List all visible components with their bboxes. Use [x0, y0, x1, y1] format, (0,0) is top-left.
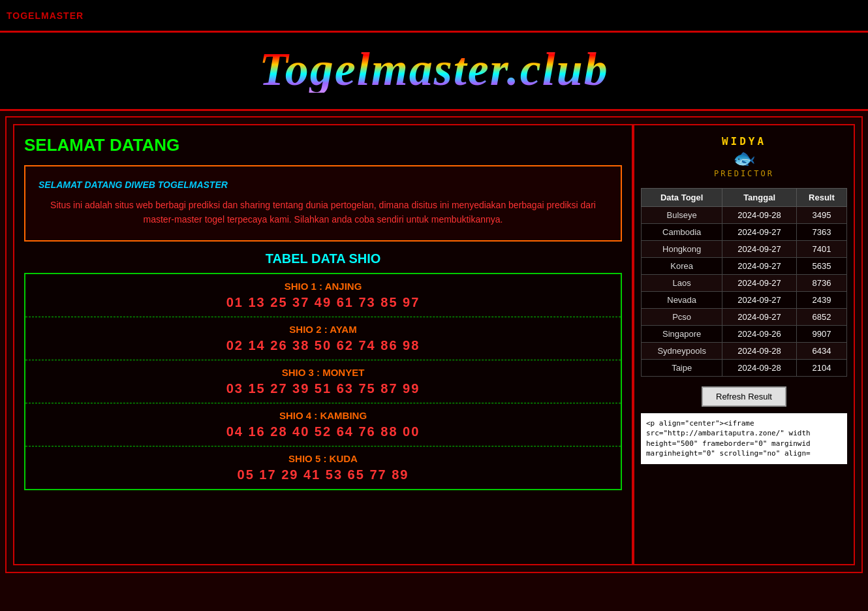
- shio-label: SHIO 1 : ANJING: [29, 281, 617, 292]
- shio-numbers: 03 15 27 39 51 63 75 87 99: [29, 381, 617, 396]
- welcome-diweb-text: SELAMAT DATANG DIWEB: [39, 180, 155, 190]
- cell-result: 6852: [796, 309, 846, 326]
- cell-data-togel: Bulseye: [642, 207, 722, 224]
- shio-row: SHIO 1 : ANJING 01 13 25 37 49 61 73 85 …: [25, 274, 621, 317]
- cell-data-togel: Pcso: [642, 309, 722, 326]
- table-row: Bulseye 2024-09-28 3495: [642, 207, 847, 224]
- welcome-box: SELAMAT DATANG DIWEB TOGELMASTER Situs i…: [24, 165, 622, 242]
- cell-tanggal: 2024-09-27: [722, 309, 797, 326]
- shio-row: SHIO 3 : MONYET 03 15 27 39 51 63 75 87 …: [25, 360, 621, 403]
- col-header: Data Togel: [642, 189, 722, 207]
- cell-result: 5635: [796, 258, 846, 275]
- header-title: TOGELMASTER: [7, 10, 84, 21]
- welcome-link[interactable]: TOGELMASTER: [158, 180, 228, 190]
- cell-tanggal: 2024-09-28: [722, 360, 797, 377]
- table-row: Nevada 2024-09-27 2439: [642, 292, 847, 309]
- shio-label: SHIO 4 : KAMBING: [29, 410, 617, 421]
- table-row: Cambodia 2024-09-27 7363: [642, 224, 847, 241]
- table-row: Singapore 2024-09-26 9907: [642, 326, 847, 343]
- data-togel-table: Data TogelTanggalResult Bulseye 2024-09-…: [641, 188, 847, 377]
- cell-tanggal: 2024-09-28: [722, 343, 797, 360]
- cell-result: 2104: [796, 360, 846, 377]
- welcome-heading: SELAMAT DATANG: [24, 135, 622, 155]
- refresh-result-button[interactable]: Refresh Result: [702, 386, 786, 407]
- hero-logo: Togelmaster.club: [259, 46, 608, 93]
- cell-tanggal: 2024-09-28: [722, 207, 797, 224]
- cell-result: 6434: [796, 343, 846, 360]
- cell-result: 7401: [796, 241, 846, 258]
- cell-result: 9907: [796, 326, 846, 343]
- shio-label: SHIO 3 : MONYET: [29, 367, 617, 378]
- welcome-diweb: SELAMAT DATANG DIWEB TOGELMASTER: [39, 180, 608, 190]
- right-panel: WIDYA 🐟 PREDICTOR Data TogelTanggalResul…: [633, 124, 855, 565]
- shio-numbers: 01 13 25 37 49 61 73 85 97: [29, 295, 617, 310]
- cell-data-togel: Hongkong: [642, 241, 722, 258]
- cell-data-togel: Korea: [642, 258, 722, 275]
- cell-data-togel: Taipe: [642, 360, 722, 377]
- shio-numbers: 05 17 29 41 53 65 77 89: [29, 467, 617, 482]
- left-panel: SELAMAT DATANG SELAMAT DATANG DIWEB TOGE…: [13, 124, 633, 565]
- shio-table: SHIO 1 : ANJING 01 13 25 37 49 61 73 85 …: [24, 273, 622, 490]
- predictor-subtitle: PREDICTOR: [644, 169, 844, 178]
- cell-tanggal: 2024-09-27: [722, 241, 797, 258]
- cell-tanggal: 2024-09-27: [722, 292, 797, 309]
- tabel-heading: TABEL DATA SHIO: [24, 251, 622, 266]
- cell-tanggal: 2024-09-27: [722, 275, 797, 292]
- cell-result: 3495: [796, 207, 846, 224]
- table-row: Pcso 2024-09-27 6852: [642, 309, 847, 326]
- col-header: Tanggal: [722, 189, 797, 207]
- iframe-code-text: <p align="center"><iframe src="http://am…: [646, 419, 811, 458]
- shio-row: SHIO 5 : KUDA 05 17 29 41 53 65 77 89: [25, 446, 621, 489]
- cell-result: 7363: [796, 224, 846, 241]
- main-layout: SELAMAT DATANG SELAMAT DATANG DIWEB TOGE…: [5, 116, 863, 573]
- cell-data-togel: Cambodia: [642, 224, 722, 241]
- table-row: Sydneypools 2024-09-28 6434: [642, 343, 847, 360]
- shio-label: SHIO 2 : AYAM: [29, 324, 617, 335]
- cell-data-togel: Nevada: [642, 292, 722, 309]
- cell-tanggal: 2024-09-27: [722, 224, 797, 241]
- cell-tanggal: 2024-09-26: [722, 326, 797, 343]
- table-row: Taipe 2024-09-28 2104: [642, 360, 847, 377]
- table-row: Laos 2024-09-27 8736: [642, 275, 847, 292]
- cell-result: 8736: [796, 275, 846, 292]
- welcome-description: Situs ini adalah situs web berbagi predi…: [39, 198, 608, 227]
- predictor-brand: WIDYA: [644, 135, 844, 148]
- shio-row: SHIO 2 : AYAM 02 14 26 38 50 62 74 86 98: [25, 317, 621, 360]
- predictor-fish-icon: 🐟: [733, 148, 756, 168]
- header: TOGELMASTER: [0, 0, 868, 33]
- predictor-logo: WIDYA 🐟 PREDICTOR: [641, 132, 847, 181]
- table-row: Korea 2024-09-27 5635: [642, 258, 847, 275]
- cell-tanggal: 2024-09-27: [722, 258, 797, 275]
- cell-data-togel: Singapore: [642, 326, 722, 343]
- hero-banner: Togelmaster.club: [0, 33, 868, 111]
- table-row: Hongkong 2024-09-27 7401: [642, 241, 847, 258]
- iframe-code-box: <p align="center"><iframe src="http://am…: [641, 413, 847, 464]
- cell-data-togel: Laos: [642, 275, 722, 292]
- cell-result: 2439: [796, 292, 846, 309]
- shio-label: SHIO 5 : KUDA: [29, 453, 617, 464]
- cell-data-togel: Sydneypools: [642, 343, 722, 360]
- shio-numbers: 04 16 28 40 52 64 76 88 00: [29, 424, 617, 439]
- col-header: Result: [796, 189, 846, 207]
- shio-row: SHIO 4 : KAMBING 04 16 28 40 52 64 76 88…: [25, 403, 621, 446]
- shio-numbers: 02 14 26 38 50 62 74 86 98: [29, 338, 617, 353]
